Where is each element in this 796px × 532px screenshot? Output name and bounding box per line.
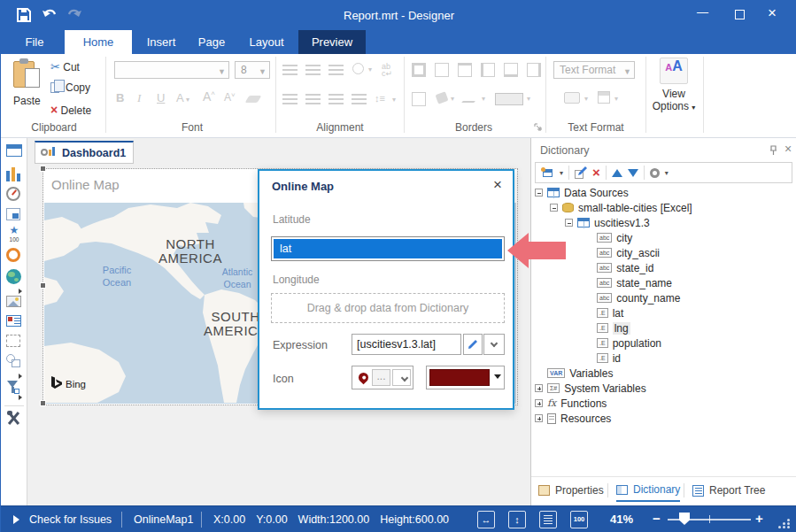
border-color-swatch[interactable] — [495, 93, 523, 105]
expression-dropdown-button[interactable] — [483, 334, 505, 355]
tree-item-column[interactable]: abccity — [533, 230, 794, 245]
clear-format-icon[interactable] — [245, 96, 262, 103]
image-tool-icon[interactable] — [6, 296, 21, 307]
align-middle-icon[interactable] — [305, 65, 321, 75]
maximize-button[interactable] — [735, 10, 745, 19]
no-borders-icon[interactable] — [435, 63, 449, 77]
tab-home[interactable]: Home — [65, 30, 132, 54]
tab-preview[interactable]: Preview — [298, 30, 366, 54]
word-wrap-icon[interactable]: abc↵ — [382, 63, 392, 77]
left-border-icon[interactable] — [481, 63, 495, 77]
gauge-tool-icon[interactable] — [6, 187, 20, 201]
expression-field[interactable]: [uscitiesv1.3.lat] — [352, 334, 461, 355]
fit-page-height-button[interactable]: ↕ — [508, 511, 526, 528]
icon-picker[interactable]: ... — [352, 366, 413, 389]
zoom-100-button[interactable]: 100 — [570, 511, 588, 528]
align-right-icon[interactable] — [328, 94, 344, 104]
online-map-tool-icon[interactable] — [6, 269, 21, 284]
close-button[interactable]: × — [768, 4, 777, 22]
chevron-down-icon[interactable]: ▾ — [451, 95, 454, 103]
chevron-down-icon[interactable]: ▾ — [368, 66, 372, 73]
tab-file[interactable]: File — [15, 30, 54, 54]
expand-icon[interactable] — [535, 384, 543, 392]
tree-item-system-variables[interactable]: Σ#System Variables — [533, 381, 794, 396]
inside-borders-icon[interactable] — [412, 92, 426, 106]
tree-item-functions[interactable]: fxFunctions — [533, 396, 794, 411]
align-top-icon[interactable] — [282, 65, 298, 75]
delete-button[interactable]: × Delete — [50, 103, 91, 117]
chevron-down-icon[interactable]: ▾ — [392, 96, 396, 104]
tab-properties[interactable]: Properties — [538, 479, 604, 502]
table-tool-icon[interactable] — [6, 144, 22, 157]
chevron-down-icon[interactable]: ▾ — [527, 95, 530, 103]
pivot-tool-icon[interactable] — [6, 208, 20, 220]
bottom-border-icon[interactable] — [504, 63, 518, 77]
map-flyout-chevron-icon[interactable] — [19, 289, 22, 294]
check-for-issues-button[interactable]: Check for Issues — [29, 513, 112, 526]
gear-icon[interactable] — [650, 168, 660, 178]
icon-browse-button[interactable]: ... — [372, 369, 390, 386]
underline-button[interactable]: U — [157, 91, 165, 104]
grow-font-button[interactable]: A˄ — [203, 89, 215, 104]
align-bottom-icon[interactable] — [328, 65, 344, 75]
tree-item-column[interactable]: abcstate_name — [533, 275, 794, 290]
tree-item-column[interactable]: abccounty_name — [533, 290, 794, 305]
tree-item-table[interactable]: uscitiesv1.3 — [533, 215, 794, 230]
selection-handle-bottom-left[interactable] — [40, 400, 46, 406]
tree-item-datasource[interactable]: small-table-cities [Excel] — [533, 200, 794, 215]
align-center-icon[interactable] — [305, 94, 321, 104]
new-item-icon[interactable] — [541, 167, 554, 179]
icon-color-picker[interactable] — [426, 366, 505, 389]
shrink-font-button[interactable]: A˅ — [224, 91, 236, 104]
font-color-button[interactable]: A ▾ — [176, 91, 189, 104]
minimize-button[interactable]: — — [697, 5, 708, 19]
zoom-in-button[interactable]: + — [755, 511, 763, 526]
fill-color-icon[interactable] — [435, 91, 448, 104]
paste-button[interactable]: Paste — [13, 61, 41, 107]
shapes-tool-icon[interactable] — [6, 354, 22, 370]
card-tool-icon[interactable] — [6, 315, 21, 327]
pin-panel-icon[interactable] — [769, 145, 778, 156]
line-spacing-icon[interactable]: ↕≡ — [375, 93, 385, 104]
tree-item-column[interactable]: .Elat — [533, 305, 794, 320]
chevron-down-icon[interactable]: ▾ — [614, 95, 618, 103]
tab-layout[interactable]: Layout — [242, 30, 291, 54]
borders-dialog-launcher-icon[interactable] — [534, 123, 542, 131]
right-border-icon[interactable] — [527, 63, 541, 77]
expand-icon[interactable] — [535, 399, 543, 407]
progress-tool-icon[interactable] — [6, 248, 20, 262]
tab-insert[interactable]: Insert — [139, 30, 183, 54]
bold-button[interactable]: B — [116, 91, 124, 104]
collapse-icon[interactable] — [550, 204, 558, 212]
selection-handle-left[interactable] — [40, 282, 46, 289]
view-options-button[interactable]: AA View Options ▾ — [651, 58, 697, 112]
chevron-down-icon[interactable]: ▾ — [665, 169, 668, 177]
icon-dropdown-button[interactable] — [392, 369, 411, 386]
run-check-icon[interactable] — [13, 515, 19, 524]
chevron-down-icon[interactable]: ▾ — [560, 169, 563, 177]
tree-item-column[interactable]: abccity_ascii — [533, 245, 794, 260]
collapse-icon[interactable] — [535, 189, 543, 197]
top-border-icon[interactable] — [458, 63, 472, 77]
delete-icon[interactable]: × — [592, 166, 600, 179]
selection-handle-top-left[interactable] — [40, 166, 46, 172]
align-justify-icon[interactable] — [352, 94, 367, 104]
document-tab-dashboard1[interactable]: Dashboard1 — [35, 141, 134, 164]
border-style-icon[interactable] — [461, 95, 481, 103]
edit-icon[interactable] — [575, 166, 587, 179]
tree-item-resources[interactable]: Resources — [533, 411, 794, 426]
indicator-tool-icon[interactable]: ★100 — [6, 227, 22, 243]
panel-tool-icon[interactable] — [6, 335, 20, 347]
tab-dictionary[interactable]: Dictionary — [616, 479, 680, 502]
rotate-text-icon[interactable] — [352, 63, 364, 74]
collapse-icon[interactable] — [565, 219, 573, 227]
font-name-combo[interactable]: ▼ — [114, 61, 229, 79]
filter-flyout-chevron-icon[interactable] — [19, 395, 22, 400]
text-format-combo[interactable]: Text Format▼ — [553, 61, 635, 79]
move-up-icon[interactable] — [612, 169, 622, 177]
currency-format-icon[interactable] — [564, 92, 580, 104]
chevron-down-icon[interactable]: ▾ — [482, 95, 485, 103]
copy-button[interactable]: Copy — [50, 81, 90, 94]
zoom-out-button[interactable]: − — [653, 511, 661, 526]
tab-page[interactable]: Page — [192, 30, 231, 54]
